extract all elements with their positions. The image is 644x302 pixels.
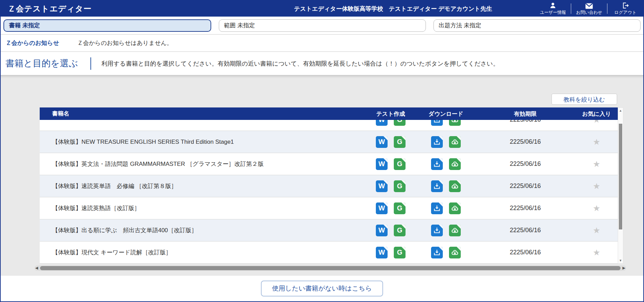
favorite-cell: ★ xyxy=(575,182,618,190)
table-row[interactable]: W G 2225/06/16 ★ xyxy=(40,120,618,131)
book-title: 【体験版】出る順に学ぶ 頻出古文単語400［改訂版］ xyxy=(40,226,365,234)
google-download-icon[interactable] xyxy=(449,225,461,236)
filter-question-method[interactable]: 出題方法 未指定 xyxy=(433,19,641,32)
table-row[interactable]: 【体験版】現代文 キーワード読解［改訂版］ W G 2225/06/16 ★ xyxy=(40,242,618,264)
test-create-cell: W G xyxy=(365,202,417,214)
no-book-button[interactable]: 使用したい書籍がない時はこちら xyxy=(261,281,383,296)
scroll-left-icon[interactable]: ◀ xyxy=(35,266,38,270)
word-doc-icon[interactable]: W xyxy=(376,136,388,148)
favorite-cell: ★ xyxy=(575,160,618,168)
book-title: 【体験版】NEW TREASURE ENGLISH SERIES Third E… xyxy=(40,138,365,146)
expiry-date: 2225/06/16 xyxy=(475,182,575,190)
table-row[interactable]: 【体験版】NEW TREASURE ENGLISH SERIES Third E… xyxy=(40,131,618,153)
column-header-download: ダウンロード xyxy=(417,107,475,120)
favorite-cell: ★ xyxy=(575,120,618,124)
contact-button[interactable]: お問い合わせ xyxy=(571,1,607,17)
expiry-date: 2225/06/16 xyxy=(475,160,575,168)
footer-bar: 使用したい書籍がない時はこちら xyxy=(1,276,643,301)
test-create-cell: W G xyxy=(365,136,417,148)
google-doc-icon[interactable]: G xyxy=(394,136,406,148)
favorite-star-icon[interactable]: ★ xyxy=(593,248,601,257)
word-doc-icon[interactable]: W xyxy=(376,247,388,258)
word-doc-icon[interactable]: W xyxy=(376,225,388,236)
filter-bar: 書籍 未指定 範囲 未指定 出題方法 未指定 xyxy=(1,17,643,35)
section-bar: 書籍と目的を選ぶ 利用する書籍と目的を選択してください。有効期限の近い書籍につい… xyxy=(1,52,643,75)
google-download-icon[interactable] xyxy=(449,120,461,126)
book-title: 【体験版】現代文 キーワード読解［改訂版］ xyxy=(40,248,365,256)
filter-subject-button[interactable]: 教科を絞り込む xyxy=(552,94,617,105)
favorite-cell: ★ xyxy=(575,226,618,235)
column-header-book-name: 書籍名 xyxy=(40,110,365,117)
google-doc-icon[interactable]: G xyxy=(394,120,406,126)
column-header-expiry: 有効期限 xyxy=(475,107,575,120)
google-doc-icon[interactable]: G xyxy=(394,202,406,214)
logout-icon xyxy=(622,2,629,9)
user-icon xyxy=(549,2,556,9)
scroll-right-icon[interactable]: ▶ xyxy=(623,266,625,270)
favorite-star-icon[interactable]: ★ xyxy=(593,120,601,124)
word-download-icon[interactable] xyxy=(431,202,443,214)
expiry-date: 2225/06/16 xyxy=(475,138,575,145)
notice-title: Ｚ会からのお知らせ xyxy=(6,39,59,47)
word-doc-icon[interactable]: W xyxy=(376,180,388,192)
download-cell xyxy=(417,180,475,192)
expiry-date: 2225/06/16 xyxy=(475,120,575,123)
favorite-star-icon[interactable]: ★ xyxy=(593,138,601,146)
column-header-test-create: テスト作成 xyxy=(365,107,417,120)
book-title: 【体験版】速読英熟語［改訂版］ xyxy=(40,204,365,212)
word-doc-icon[interactable]: W xyxy=(376,120,388,126)
google-download-icon[interactable] xyxy=(449,247,461,258)
google-download-icon[interactable] xyxy=(449,180,461,192)
test-create-cell: W G xyxy=(365,158,417,170)
download-cell xyxy=(417,202,475,214)
logout-label: ログアウト xyxy=(614,10,636,16)
download-cell xyxy=(417,158,475,170)
app-title: Ｚ会テストエディター xyxy=(8,3,92,14)
user-info-button[interactable]: ユーザー情報 xyxy=(535,1,571,17)
table-toolbar: 教科を絞り込む xyxy=(552,94,617,105)
favorite-star-icon[interactable]: ★ xyxy=(593,160,601,168)
horizontal-scrollbar[interactable]: ◀ ▶ xyxy=(35,265,626,271)
favorite-cell: ★ xyxy=(575,138,618,146)
book-table-main: 書籍名 テスト作成 ダウンロード 有効期限 お気に入り W G xyxy=(40,107,618,264)
table-row[interactable]: 【体験版】英文法・語法問題 GRAMMARMASTER ［グラマスター］改訂第２… xyxy=(40,153,618,175)
word-doc-icon[interactable]: W xyxy=(376,202,388,214)
favorite-star-icon[interactable]: ★ xyxy=(593,226,601,235)
word-download-icon[interactable] xyxy=(431,136,443,148)
word-download-icon[interactable] xyxy=(431,225,443,236)
vertical-scrollbar-thumb[interactable] xyxy=(619,124,622,229)
book-title: 【体験版】英文法・語法問題 GRAMMARMASTER ［グラマスター］改訂第２… xyxy=(40,160,365,168)
filter-range[interactable]: 範囲 未指定 xyxy=(219,19,426,32)
filter-book[interactable]: 書籍 未指定 xyxy=(3,19,211,32)
google-doc-icon[interactable]: G xyxy=(394,180,406,192)
google-doc-icon[interactable]: G xyxy=(394,158,406,170)
google-download-icon[interactable] xyxy=(449,158,461,170)
test-create-cell: W G xyxy=(365,225,417,236)
favorite-star-icon[interactable]: ★ xyxy=(593,182,601,190)
horizontal-scrollbar-thumb[interactable] xyxy=(40,266,621,270)
table-row[interactable]: 【体験版】出る順に学ぶ 頻出古文単語400［改訂版］ W G 2225/06/1… xyxy=(40,219,618,242)
word-download-icon[interactable] xyxy=(431,158,443,170)
word-download-icon[interactable] xyxy=(431,120,443,126)
word-doc-icon[interactable]: W xyxy=(376,158,388,170)
google-doc-icon[interactable]: G xyxy=(394,247,406,258)
user-info-label: ユーザー情報 xyxy=(540,10,566,16)
google-download-icon[interactable] xyxy=(449,202,461,214)
google-download-icon[interactable] xyxy=(449,136,461,148)
account-info: テストエディター体験版高等学校 テストエディター デモアカウント先生 xyxy=(294,1,492,17)
book-title: 【体験版】速読英単語 必修編 ［改訂第８版］ xyxy=(40,182,365,190)
page-title: 書籍と目的を選ぶ xyxy=(6,57,78,69)
notice-bar: Ｚ会からのお知らせ Ｚ会からのお知らせはありません。 xyxy=(1,35,643,52)
scroll-down-icon[interactable]: ▼ xyxy=(619,259,622,262)
google-doc-icon[interactable]: G xyxy=(394,225,406,236)
favorite-star-icon[interactable]: ★ xyxy=(593,204,601,213)
word-download-icon[interactable] xyxy=(431,180,443,192)
word-download-icon[interactable] xyxy=(431,247,443,258)
vertical-scrollbar[interactable]: ▲ ▼ xyxy=(618,107,623,264)
table-row[interactable]: 【体験版】速読英単語 必修編 ［改訂第８版］ W G 2225/06/16 ★ xyxy=(40,175,618,197)
table-row[interactable]: 【体験版】速読英熟語［改訂版］ W G 2225/06/16 ★ xyxy=(40,197,618,219)
scroll-up-icon[interactable]: ▲ xyxy=(619,109,622,112)
logout-button[interactable]: ログアウト xyxy=(607,1,643,17)
download-cell xyxy=(417,120,475,126)
expiry-date: 2225/06/16 xyxy=(475,249,575,256)
